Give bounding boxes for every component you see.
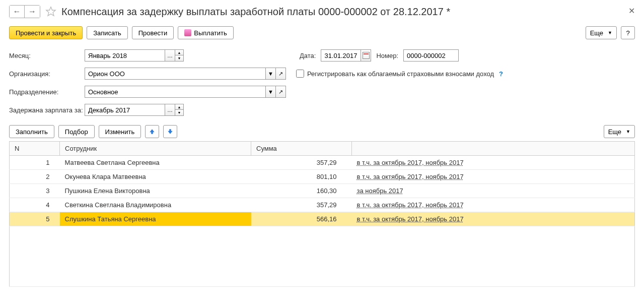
cell-detail: в т.ч. за октябрь 2017, ноябрь 2017 [352,198,635,212]
table-row[interactable]: 4Светкина Светлана Владимировна357,29в т… [10,198,635,212]
nav-arrows: ← → [9,5,40,18]
nav-forward-button[interactable]: → [25,6,40,18]
table-row[interactable]: 1Матвеева Светлана Сергеевна357,29в т.ч.… [10,156,635,170]
cell-n: 2 [10,170,60,184]
number-label: Номер: [376,52,398,59]
table-row[interactable]: 2Окунева Клара Матвеевна801,10в т.ч. за … [10,170,635,184]
calendar-icon [363,52,370,59]
cell-sum: 566,16 [251,212,352,226]
pay-button[interactable]: Выплатить [178,26,234,39]
date-calendar-button[interactable] [361,49,371,62]
org-input[interactable] [85,68,266,80]
table-row[interactable]: 5Слушкина Татьяна Сергеевна566,16в т.ч. … [10,212,635,226]
delayed-input[interactable] [85,104,165,116]
move-up-button[interactable] [145,125,159,138]
detail-link[interactable]: в т.ч. за октябрь 2017, ноябрь 2017 [357,173,464,180]
org-dropdown-button[interactable]: ▼ [266,68,276,80]
taxable-checkbox[interactable] [296,70,304,78]
detail-link[interactable]: в т.ч. за октябрь 2017, ноябрь 2017 [357,215,464,223]
employee-table: N Сотрудник Сумма 1Матвеева Светлана Сер… [9,141,635,287]
dept-open-button[interactable]: ↗ [276,86,286,98]
cell-n: 4 [10,198,60,212]
table-more-button[interactable]: Еще▼ [604,125,635,138]
cell-employee: Светкина Светлана Владимировна [60,198,251,212]
dept-label: Подразделение: [9,88,85,96]
delayed-label: Задержана зарплата за: [9,106,85,114]
help-button[interactable]: ? [621,26,635,39]
col-header-sum[interactable]: Сумма [251,142,352,156]
close-icon[interactable]: ✕ [628,6,635,16]
date-input[interactable] [321,49,361,62]
month-spin-down[interactable]: ▼ [175,55,183,61]
cell-n: 3 [10,184,60,198]
detail-link[interactable]: за ноябрь 2017 [357,187,403,195]
cell-employee: Матвеева Светлана Сергеевна [60,156,251,170]
chevron-down-icon: ▼ [626,129,630,134]
move-down-button[interactable] [163,125,177,138]
number-input[interactable] [403,49,459,62]
col-header-detail [352,142,635,156]
nav-back-button[interactable]: ← [10,6,25,18]
cell-detail: в т.ч. за октябрь 2017, ноябрь 2017 [352,212,635,226]
cell-detail: в т.ч. за октябрь 2017, ноябрь 2017 [352,170,635,184]
taxable-label: Регистрировать как облагаемый страховыми… [307,70,494,78]
fill-button[interactable]: Заполнить [9,125,54,138]
cell-detail: в т.ч. за октябрь 2017, ноябрь 2017 [352,156,635,170]
chevron-down-icon: ▼ [608,30,612,35]
dept-dropdown-button[interactable]: ▼ [266,86,276,98]
month-select-button[interactable]: … [165,49,175,62]
cell-n: 1 [10,156,60,170]
cell-sum: 357,29 [251,156,352,170]
month-input[interactable] [85,49,165,62]
cell-employee: Пушкина Елена Викторовна [60,184,251,198]
col-header-n[interactable]: N [10,142,60,156]
month-label: Месяц: [9,52,85,59]
more-button[interactable]: Еще▼ [586,26,617,39]
org-open-button[interactable]: ↗ [276,68,286,80]
cell-sum: 801,10 [251,170,352,184]
submit-button[interactable]: Провести [132,26,174,39]
favorite-star-icon[interactable] [45,6,56,17]
org-label: Организация: [9,70,85,78]
svg-marker-0 [46,7,55,16]
cell-n: 5 [10,212,60,226]
submit-close-button[interactable]: Провести и закрыть [9,26,83,39]
pick-button[interactable]: Подбор [58,125,95,138]
month-spin-up[interactable]: ▲ [175,50,183,55]
delayed-spin-down[interactable]: ▼ [175,110,183,115]
col-header-employee[interactable]: Сотрудник [60,142,251,156]
detail-link[interactable]: в т.ч. за октябрь 2017, ноябрь 2017 [357,201,464,209]
cell-employee: Окунева Клара Матвеевна [60,170,251,184]
table-row[interactable]: 3Пушкина Елена Викторовна160,30за ноябрь… [10,184,635,198]
cell-detail: за ноябрь 2017 [352,184,635,198]
cell-employee: Слушкина Татьяна Сергеевна [60,212,251,226]
detail-link[interactable]: в т.ч. за октябрь 2017, ноябрь 2017 [357,159,464,166]
change-button[interactable]: Изменить [99,125,141,138]
cell-sum: 160,30 [251,184,352,198]
save-button[interactable]: Записать [87,26,128,39]
help-icon[interactable]: ? [499,70,503,78]
date-label: Дата: [300,52,316,59]
cell-sum: 357,29 [251,198,352,212]
delayed-select-button[interactable]: … [165,104,175,116]
delayed-spin-up[interactable]: ▲ [175,104,183,110]
page-title: Компенсация за задержку выплаты заработн… [61,6,450,18]
dept-input[interactable] [85,86,266,98]
